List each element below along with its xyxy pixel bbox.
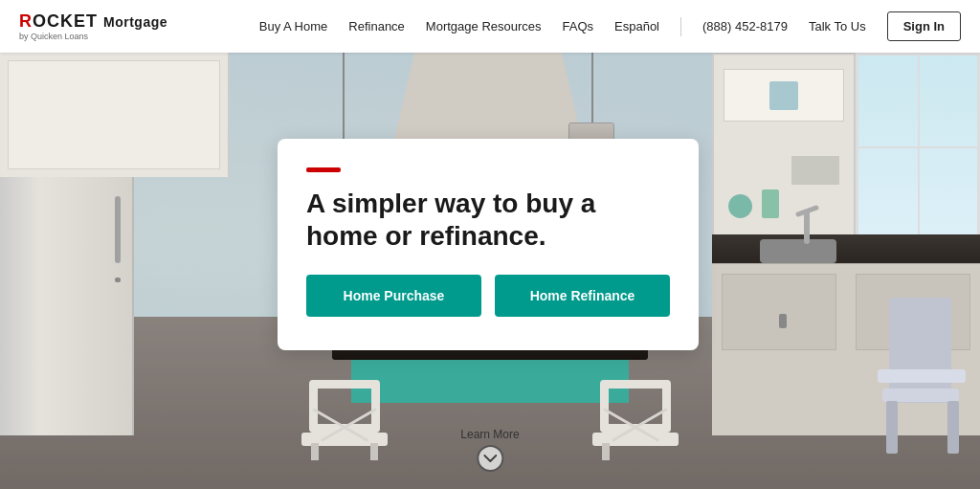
chevron-down-icon[interactable]: [477, 445, 503, 472]
nav-talk-to-us[interactable]: Talk To Us: [809, 19, 866, 33]
home-purchase-button[interactable]: Home Purchase: [306, 275, 481, 317]
nav-divider: [680, 17, 681, 36]
nav-espanol[interactable]: Español: [614, 19, 659, 33]
hero-card: A simpler way to buy a home or refinance…: [278, 139, 699, 350]
home-refinance-button[interactable]: Home Refinance: [495, 275, 670, 317]
learn-more-text: Learn More: [460, 428, 519, 441]
logo-tagline: by Quicken Loans: [19, 32, 167, 41]
nav-refinance[interactable]: Refinance: [348, 19, 405, 33]
hero-buttons: Home Purchase Home Refinance: [306, 275, 670, 317]
logo-brand: ROCKET Mortgage by Quicken Loans: [19, 11, 167, 41]
nav-phone: (888) 452-8179: [702, 19, 788, 33]
hero-headline: A simpler way to buy a home or refinance…: [306, 188, 670, 252]
hero-accent-bar: [306, 167, 341, 172]
learn-more[interactable]: Learn More: [460, 428, 519, 472]
nav-faqs[interactable]: FAQs: [563, 19, 594, 33]
logo: ROCKET Mortgage by Quicken Loans: [19, 11, 167, 41]
logo-ocket: OCKET: [33, 11, 98, 31]
nav-buy-home[interactable]: Buy A Home: [259, 19, 328, 33]
nav-mortgage-resources[interactable]: Mortgage Resources: [426, 19, 542, 33]
main-nav: Buy A Home Refinance Mortgage Resources …: [259, 11, 961, 41]
sign-in-button[interactable]: Sign In: [887, 11, 961, 41]
logo-mortgage-text: Mortgage: [103, 14, 167, 30]
header: ROCKET Mortgage by Quicken Loans Buy A H…: [0, 0, 980, 53]
logo-r: R: [19, 11, 33, 31]
